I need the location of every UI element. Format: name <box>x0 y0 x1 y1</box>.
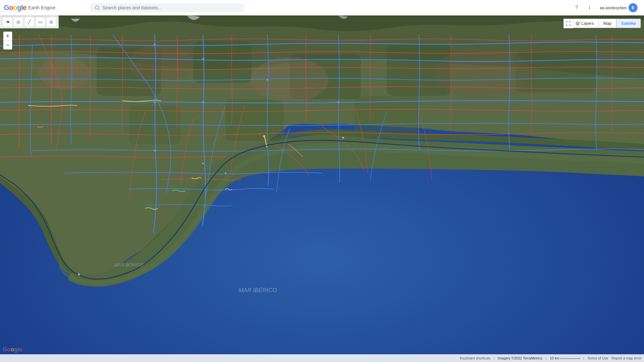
help-button[interactable]: ? <box>572 3 582 13</box>
zoom-controls: + − <box>3 32 12 50</box>
map-type-controls: Layers Map Satellite <box>571 19 641 28</box>
keyboard-shortcuts-link[interactable]: Keyboard shortcuts <box>460 356 490 360</box>
svg-point-13 <box>251 57 329 102</box>
bottom-right: Keyboard shortcuts | Imagery ©2022 Terra… <box>460 356 641 360</box>
username: ee-erintrochim <box>600 5 627 10</box>
svg-point-14 <box>435 48 532 99</box>
svg-point-15 <box>154 44 156 45</box>
svg-point-21 <box>154 150 156 152</box>
svg-point-18 <box>154 102 156 103</box>
svg-point-30 <box>342 137 344 139</box>
fullscreen-button[interactable] <box>563 19 573 28</box>
separator-2: | <box>546 356 547 360</box>
info-button[interactable]: i <box>584 3 595 13</box>
fullscreen-icon <box>566 21 571 26</box>
delete-tool-button[interactable]: ⊘ <box>46 17 56 27</box>
layers-button[interactable]: Layers <box>571 19 598 28</box>
user-button[interactable]: ee-erintrochim E <box>597 2 640 14</box>
svg-point-16 <box>202 58 204 60</box>
svg-rect-4 <box>193 41 251 83</box>
imagery-credit: Imagery ©2022 TerraMetrics <box>498 356 543 360</box>
svg-point-24 <box>225 189 226 190</box>
svg-point-17 <box>267 79 268 81</box>
hand-tool-button[interactable]: ☚ <box>3 17 12 27</box>
scale-line <box>561 358 580 359</box>
svg-text:MAR BÓRICO: MAR BÓRICO <box>114 262 143 267</box>
scale-bar: 10 km <box>550 356 580 360</box>
svg-point-29 <box>78 274 80 275</box>
avatar: E <box>629 3 638 12</box>
bottom-bar: Keyboard shortcuts | Imagery ©2022 Terra… <box>0 354 644 362</box>
svg-point-25 <box>263 135 265 137</box>
svg-point-23 <box>225 172 226 174</box>
rectangle-tool-button[interactable]: ▭ <box>35 17 45 27</box>
svg-point-11 <box>39 57 90 89</box>
scale-label: 10 km <box>550 356 559 360</box>
map-view-button[interactable]: Map <box>598 19 616 28</box>
google-watermark: Google <box>3 346 23 353</box>
help-icon: ? <box>575 5 578 11</box>
svg-text:MAR IBÉRICO: MAR IBÉRICO <box>238 287 277 293</box>
map-satellite-view: MAR IBÉRICO MAR BÓRICO <box>0 15 644 362</box>
header: Google Earth Engine ? i ee-erintrochim E <box>0 0 644 15</box>
polyline-tool-button[interactable]: ╱ <box>24 17 34 27</box>
terms-of-use-link[interactable]: Terms of Use <box>587 356 608 360</box>
satellite-view-button[interactable]: Satellite <box>616 19 641 28</box>
svg-point-22 <box>202 163 204 164</box>
layers-icon <box>575 21 580 26</box>
search-bar[interactable] <box>90 3 244 12</box>
svg-line-1 <box>98 9 99 10</box>
svg-point-20 <box>338 102 339 103</box>
search-input[interactable] <box>102 5 239 10</box>
map-toolbar: ☚ ◎ ╱ ▭ ⊘ <box>0 15 59 28</box>
svg-point-0 <box>95 6 99 9</box>
zoom-in-button[interactable]: + <box>3 32 12 41</box>
svg-point-19 <box>202 102 204 103</box>
map-container[interactable]: MAR IBÉRICO MAR BÓRICO + − Layers Map Sa… <box>0 15 644 362</box>
separator-1: | <box>494 356 495 360</box>
google-logo: Google <box>4 4 26 12</box>
svg-point-12 <box>129 44 193 83</box>
zoom-out-button[interactable]: − <box>3 41 12 50</box>
info-icon: i <box>589 5 590 11</box>
product-name: Earth Engine <box>28 5 56 10</box>
search-icon <box>95 5 100 10</box>
svg-point-26 <box>28 105 30 106</box>
svg-marker-31 <box>576 22 580 23</box>
report-map-error-link[interactable]: Report a map error <box>611 356 641 360</box>
header-right: ? i ee-erintrochim E <box>572 2 644 14</box>
separator-3: | <box>583 356 584 360</box>
marker-tool-button[interactable]: ◎ <box>14 17 23 27</box>
logo-area: Google Earth Engine <box>0 4 87 12</box>
